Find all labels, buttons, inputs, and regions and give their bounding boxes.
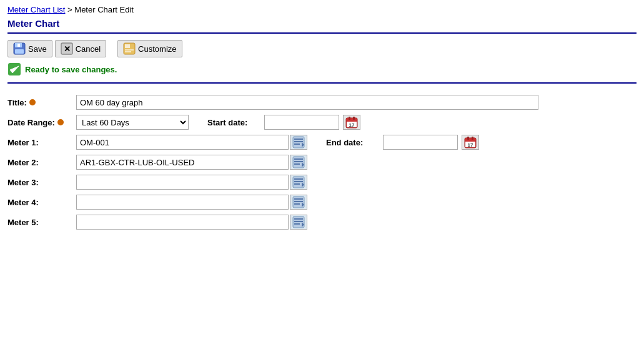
meter3-picker-icon [292,176,305,188]
meter2-label: Meter 2: [7,158,76,167]
meter1-input-wrap [76,135,307,150]
date-range-label: Date Range: [7,118,76,127]
meter3-input-wrap [76,175,307,190]
svg-rect-16 [349,117,350,120]
svg-rect-27 [467,137,469,140]
title-input[interactable] [76,95,538,110]
meter5-picker-icon [292,216,305,228]
meter4-picker-icon [292,196,305,208]
svg-rect-36 [294,181,303,182]
meter1-picker-button[interactable] [290,135,307,150]
meter-picker-icon [292,136,305,148]
page-wrapper: Meter Chart List > Meter Chart Edit Mete… [0,0,644,340]
meter2-row: Meter 2: [7,155,637,170]
svg-rect-40 [294,198,303,200]
date-range-row: Date Range: Last 60 Days Last 30 Days La… [7,115,637,130]
meter3-input[interactable] [76,175,289,190]
svg-text:17: 17 [349,122,355,128]
title-label: Title: [7,98,76,107]
save-button[interactable]: Save [7,40,52,57]
end-date-input[interactable] [383,135,458,150]
save-label: Save [28,44,47,54]
calendar-icon-end: 17 [464,136,477,148]
meter1-row: Meter 1: End date: [7,135,637,150]
svg-rect-41 [294,201,303,202]
meter3-label: Meter 3: [7,178,76,187]
meter5-input[interactable] [76,215,289,230]
section-title: Meter Chart [7,18,637,29]
title-required-dot [29,99,36,105]
svg-rect-9 [125,51,131,52]
meter5-row: Meter 5: [7,215,637,230]
svg-rect-28 [472,137,473,140]
meter2-input-wrap [76,155,307,170]
date-range-required-dot [57,119,64,125]
meter3-row: Meter 3: [7,175,637,190]
svg-rect-17 [353,117,355,120]
status-bar: Ready to save changes. [7,62,637,76]
cancel-button[interactable]: ✕ Cancel [55,40,106,57]
breadcrumb: Meter Chart List > Meter Chart Edit [7,5,637,14]
svg-rect-46 [294,221,303,222]
meter1-input[interactable] [76,135,289,150]
meter2-input[interactable] [76,155,289,170]
svg-rect-32 [294,163,300,165]
svg-rect-8 [125,49,134,51]
start-date-calendar-button[interactable]: 17 [343,115,360,130]
svg-rect-24 [465,138,476,141]
status-icon [7,62,21,76]
svg-rect-45 [294,218,303,220]
breadcrumb-current: Meter Chart Edit [74,5,134,14]
meter4-label: Meter 4: [7,198,76,207]
svg-text:17: 17 [468,142,473,148]
svg-rect-42 [294,203,300,205]
start-date-input[interactable] [264,115,339,130]
calendar-icon: 17 [345,116,358,129]
svg-rect-30 [294,158,303,160]
meter5-label: Meter 5: [7,218,76,227]
end-date-label: End date: [326,138,379,147]
meter5-picker-button[interactable] [290,215,307,230]
svg-rect-47 [294,223,300,225]
end-date-group: End date: 17 [326,135,479,150]
meter3-picker-button[interactable] [290,175,307,190]
svg-rect-3 [17,44,20,47]
svg-rect-21 [294,143,300,145]
meter2-picker-icon [292,156,305,168]
section-divider-top [7,32,637,34]
svg-rect-20 [294,141,303,142]
svg-rect-13 [346,118,357,121]
meter4-input-wrap [76,195,307,210]
svg-rect-35 [294,178,303,180]
title-row: Title: [7,95,637,110]
meter4-row: Meter 4: [7,195,637,210]
customize-button[interactable]: Customize [117,40,182,57]
save-icon [13,42,26,55]
meter1-label: Meter 1: [7,138,76,147]
start-date-group: Start date: 17 [207,115,360,130]
cancel-label: Cancel [76,44,101,54]
meter4-picker-button[interactable] [290,195,307,210]
status-message: Ready to save changes. [25,65,117,74]
date-range-select[interactable]: Last 60 Days Last 30 Days Last 90 Days C… [76,115,189,130]
meter2-picker-button[interactable] [290,155,307,170]
svg-rect-37 [294,183,300,185]
form-area: Title: Date Range: Last 60 Days Last 30 … [7,92,637,237]
svg-text:✕: ✕ [63,44,70,54]
svg-rect-31 [294,161,303,162]
section-divider-bottom [7,82,637,84]
meter5-input-wrap [76,215,307,230]
customize-icon [123,42,136,55]
cancel-icon: ✕ [61,42,73,55]
customize-label: Customize [138,44,176,54]
breadcrumb-link[interactable]: Meter Chart List [7,5,65,14]
svg-rect-19 [294,138,303,140]
svg-rect-7 [125,44,130,48]
start-date-label: Start date: [207,118,260,127]
toolbar: Save ✕ Cancel Customize [7,40,637,57]
svg-rect-2 [15,49,24,54]
breadcrumb-separator: > [65,5,74,14]
meter4-input[interactable] [76,195,289,210]
end-date-calendar-button[interactable]: 17 [462,135,479,150]
